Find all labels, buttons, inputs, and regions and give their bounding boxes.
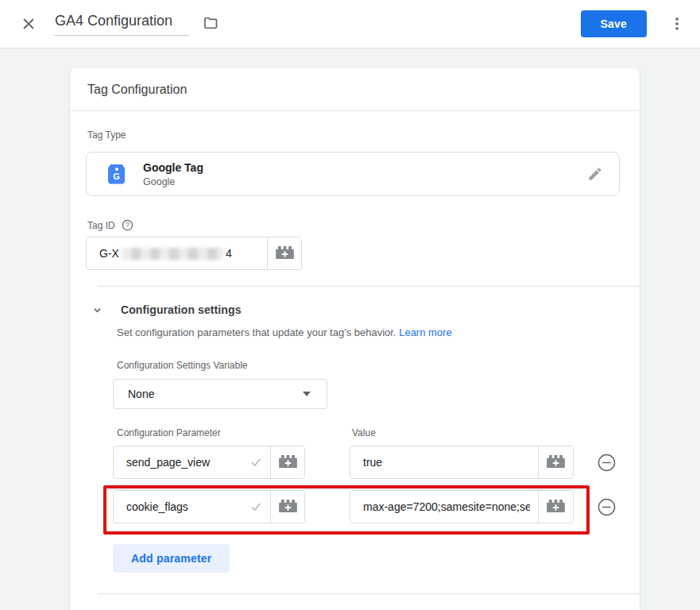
value-variable-picker-button[interactable] xyxy=(538,446,573,478)
tag-type-label: Tag Type xyxy=(87,129,640,141)
add-parameter-button[interactable]: Add parameter xyxy=(113,544,230,573)
parameter-field: send_page_view xyxy=(113,446,305,479)
tag-name-input[interactable]: GA4 Configuration xyxy=(54,12,189,36)
tag-id-label-row: Tag ID ? xyxy=(87,219,640,231)
google-tag-icon xyxy=(108,164,125,184)
configuration-settings-description: Set configuration parameters that update… xyxy=(117,326,640,338)
parameter-column-header: Configuration Parameter xyxy=(113,427,305,438)
kebab-menu-icon xyxy=(670,16,684,32)
panel-title: Tag Configuration xyxy=(70,68,640,111)
section-divider xyxy=(98,286,640,287)
save-button[interactable]: Save xyxy=(581,10,648,37)
config-settings-variable-dropdown[interactable]: None xyxy=(113,379,327,409)
tag-id-input[interactable]: G-X4 xyxy=(87,237,267,269)
variable-brick-plus-icon xyxy=(547,500,565,514)
tag-id-label: Tag ID xyxy=(87,220,115,231)
learn-more-link[interactable]: Learn more xyxy=(399,326,451,338)
variable-brick-plus-icon xyxy=(547,455,565,469)
parameter-variable-picker-button[interactable] xyxy=(270,491,304,523)
tag-id-redacted-blur xyxy=(122,248,223,260)
value-input[interactable]: max-age=7200;samesite=none;sec xyxy=(363,500,530,513)
config-settings-variable-label: Configuration Settings Variable xyxy=(117,360,640,371)
folder-button[interactable] xyxy=(201,14,220,33)
more-options-button[interactable] xyxy=(668,14,686,33)
variable-brick-plus-icon xyxy=(276,246,294,261)
svg-text:?: ? xyxy=(126,221,130,229)
configuration-settings-header[interactable]: Configuration settings xyxy=(86,303,640,316)
remove-row-button[interactable] xyxy=(598,454,616,472)
description-text: Set configuration parameters that update… xyxy=(117,326,396,338)
tag-type-name: Google Tag xyxy=(143,161,203,174)
value-input[interactable]: true xyxy=(363,456,382,469)
close-button[interactable] xyxy=(19,14,38,33)
section-divider xyxy=(98,593,640,594)
parameter-row: cookie_flags max-age=7200;samesite=none;… xyxy=(113,490,669,523)
value-column-header: Value xyxy=(350,427,376,438)
top-bar: GA4 Configuration Save xyxy=(0,0,700,48)
edit-tag-type-button[interactable] xyxy=(586,164,605,183)
value-field: true xyxy=(350,446,574,479)
tag-id-suffix: 4 xyxy=(226,247,232,260)
panel-body: Tag Type Google Tag Google Tag ID ? G-X4 xyxy=(70,129,640,610)
tag-type-vendor: Google xyxy=(143,176,203,187)
tag-configuration-panel: Tag Configuration Tag Type Google Tag Go… xyxy=(70,68,640,610)
parameter-input-wrap[interactable]: cookie_flags xyxy=(114,491,270,523)
variable-brick-plus-icon xyxy=(279,500,297,514)
checkmark-icon xyxy=(249,500,262,513)
parameter-row: send_page_view true xyxy=(113,446,669,479)
dropdown-selected-value: None xyxy=(128,388,154,400)
minus-circle-icon xyxy=(598,454,616,472)
parameter-table-headers: Configuration Parameter Value xyxy=(113,427,640,438)
variable-brick-plus-icon xyxy=(279,455,297,469)
param-input[interactable]: send_page_view xyxy=(126,456,210,469)
help-icon[interactable]: ? xyxy=(122,219,133,231)
tag-type-texts: Google Tag Google xyxy=(143,161,203,187)
chevron-down-icon xyxy=(91,304,103,316)
dropdown-caret-icon xyxy=(303,392,311,396)
tag-id-field: G-X4 xyxy=(86,237,302,270)
tag-id-prefix: G-X xyxy=(99,247,119,260)
parameter-field: cookie_flags xyxy=(113,490,305,523)
tag-id-variable-picker-button[interactable] xyxy=(267,237,301,269)
remove-row-button[interactable] xyxy=(598,498,616,516)
checkmark-icon xyxy=(249,456,262,469)
close-icon xyxy=(21,16,37,32)
folder-icon xyxy=(203,15,219,31)
value-input-wrap[interactable]: max-age=7200;samesite=none;sec xyxy=(350,491,538,523)
parameter-variable-picker-button[interactable] xyxy=(270,446,304,478)
value-input-wrap[interactable]: true xyxy=(350,446,538,478)
configuration-settings-title: Configuration settings xyxy=(121,303,242,316)
param-rows: send_page_view true xyxy=(113,446,640,523)
value-variable-picker-button[interactable] xyxy=(538,491,573,523)
parameter-input-wrap[interactable]: send_page_view xyxy=(114,446,270,478)
value-field: max-age=7200;samesite=none;sec xyxy=(350,490,574,523)
tag-name-area: GA4 Configuration xyxy=(54,12,220,36)
tag-type-selector[interactable]: Google Tag Google xyxy=(86,152,620,196)
minus-circle-icon xyxy=(598,498,616,516)
param-input[interactable]: cookie_flags xyxy=(126,500,188,513)
pencil-icon xyxy=(587,166,603,182)
